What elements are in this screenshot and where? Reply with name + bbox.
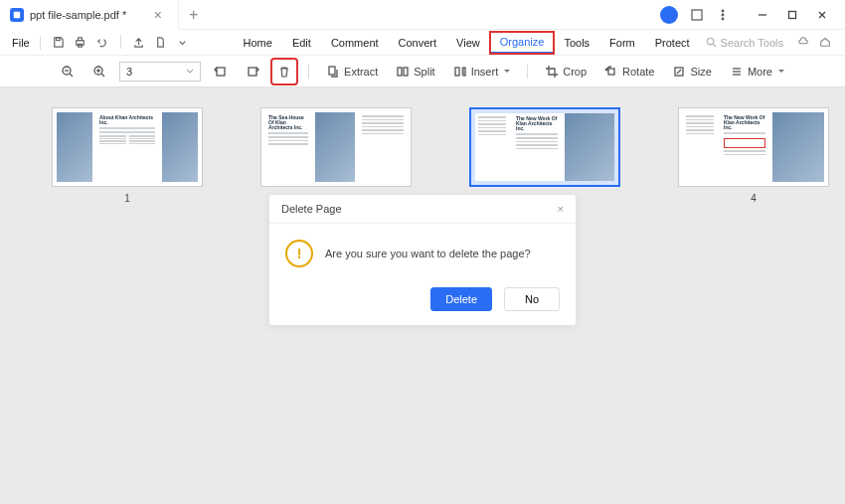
page-thumbnail[interactable]: The Sea House Of Klan Architects Inc. <box>260 107 412 187</box>
page-thumbnail-selected[interactable]: The New Work Of Klan Architects Inc. <box>469 107 620 187</box>
dialog-title: Delete Page <box>281 203 342 215</box>
svg-rect-9 <box>57 38 61 41</box>
zoom-in-button[interactable] <box>87 62 111 82</box>
app-window: ppt file-sample.pdf * × + File <box>0 0 845 504</box>
window-close-button[interactable] <box>807 3 837 27</box>
warning-icon: ! <box>285 240 313 267</box>
window-minimize-button[interactable] <box>748 3 777 27</box>
page-thumbnail[interactable]: The New Work Of Klan Architects Inc. <box>678 107 829 187</box>
quick-access-toolbar <box>51 35 191 51</box>
svg-rect-11 <box>79 38 83 41</box>
dropdown-caret-icon[interactable] <box>175 35 191 51</box>
page-thumbnail[interactable]: About Khan Architects Inc. <box>52 107 203 187</box>
print-icon[interactable] <box>73 35 88 51</box>
svg-rect-29 <box>463 68 465 76</box>
svg-point-2 <box>722 10 724 12</box>
svg-line-19 <box>101 74 104 77</box>
dialog-message: Are you sure you want to delete the page… <box>325 248 531 259</box>
tab-title: ppt file-sample.pdf * <box>30 9 144 21</box>
svg-line-16 <box>70 74 73 77</box>
svg-rect-27 <box>455 68 459 76</box>
page-number-input[interactable]: 3 <box>119 62 201 82</box>
menu-view[interactable]: View <box>446 33 490 53</box>
insert-button[interactable]: Insert <box>448 62 516 82</box>
svg-rect-30 <box>608 69 614 75</box>
home-icon[interactable] <box>819 34 831 52</box>
svg-line-14 <box>713 44 716 47</box>
menu-convert[interactable]: Convert <box>389 33 447 53</box>
svg-point-13 <box>707 38 713 44</box>
menubar: File Home Edit Comment Convert View Orga… <box>0 30 845 56</box>
page-number-label: 1 <box>124 193 130 204</box>
rotate-left-button[interactable] <box>209 62 233 82</box>
svg-rect-26 <box>404 68 408 76</box>
rotate-button[interactable]: Rotate <box>599 62 659 82</box>
split-button[interactable]: Split <box>391 62 439 82</box>
svg-rect-22 <box>217 68 225 76</box>
tab-close-icon[interactable]: × <box>150 7 166 23</box>
delete-page-button[interactable] <box>272 60 296 84</box>
page-thumb-col: The New Work Of Klan Architects Inc. 3 <box>469 107 620 204</box>
page-dd-chevron-icon <box>186 66 194 78</box>
search-placeholder: Search Tools <box>721 37 783 49</box>
svg-point-3 <box>722 14 724 16</box>
page-number-value: 3 <box>126 66 132 78</box>
file-menu[interactable]: File <box>6 37 36 49</box>
menu-comment[interactable]: Comment <box>321 33 389 53</box>
menu-home[interactable]: Home <box>234 33 282 53</box>
menu-form[interactable]: Form <box>599 33 645 53</box>
window-maximize-button[interactable] <box>777 3 807 27</box>
undo-icon[interactable] <box>94 35 110 51</box>
rotate-right-button[interactable] <box>241 62 264 82</box>
page-thumb-col: The Sea House Of Klan Architects Inc. 2 <box>260 107 412 204</box>
svg-rect-23 <box>249 68 256 76</box>
cloud-icon[interactable] <box>797 34 809 52</box>
svg-point-4 <box>722 18 724 20</box>
share-icon[interactable] <box>131 35 147 51</box>
page-thumb-col: The New Work Of Klan Architects Inc. 4 <box>678 107 829 204</box>
size-button[interactable]: Size <box>667 62 716 82</box>
menu-organize[interactable]: Organize <box>490 32 555 54</box>
organize-toolbar: 3 Extract Split Insert Crop Rotate Size … <box>0 56 845 87</box>
dialog-delete-button[interactable]: Delete <box>430 287 492 311</box>
svg-rect-24 <box>329 67 335 75</box>
document-tab[interactable]: ppt file-sample.pdf * × <box>0 0 179 30</box>
search-tools[interactable]: Search Tools <box>700 37 789 49</box>
save-icon[interactable] <box>51 35 67 51</box>
user-avatar[interactable] <box>660 6 678 24</box>
menu-protect[interactable]: Protect <box>645 33 700 53</box>
svg-rect-0 <box>14 11 20 17</box>
titlebar-right <box>660 3 845 27</box>
page-thumb-col: About Khan Architects Inc. 1 <box>52 107 203 204</box>
zoom-out-button[interactable] <box>56 62 80 82</box>
page-number-label: 4 <box>751 193 757 204</box>
svg-rect-1 <box>692 10 702 20</box>
svg-rect-25 <box>398 68 402 76</box>
svg-rect-6 <box>789 11 796 18</box>
file-icon[interactable] <box>153 35 169 51</box>
menu-tools[interactable]: Tools <box>554 33 599 53</box>
dialog-no-button[interactable]: No <box>504 287 560 311</box>
more-button[interactable]: More <box>725 62 789 82</box>
menu-edit[interactable]: Edit <box>282 33 321 53</box>
notes-icon[interactable] <box>690 8 704 22</box>
dialog-close-icon[interactable]: × <box>558 203 564 215</box>
app-icon <box>10 8 24 22</box>
delete-page-dialog: Delete Page × ! Are you sure you want to… <box>268 194 577 326</box>
kebab-menu-icon[interactable] <box>716 8 730 22</box>
main-menu: Home Edit Comment Convert View Organize … <box>234 32 700 54</box>
new-tab-button[interactable]: + <box>179 6 208 24</box>
titlebar: ppt file-sample.pdf * × + <box>0 0 845 30</box>
crop-button[interactable]: Crop <box>540 62 592 82</box>
extract-button[interactable]: Extract <box>321 62 383 82</box>
